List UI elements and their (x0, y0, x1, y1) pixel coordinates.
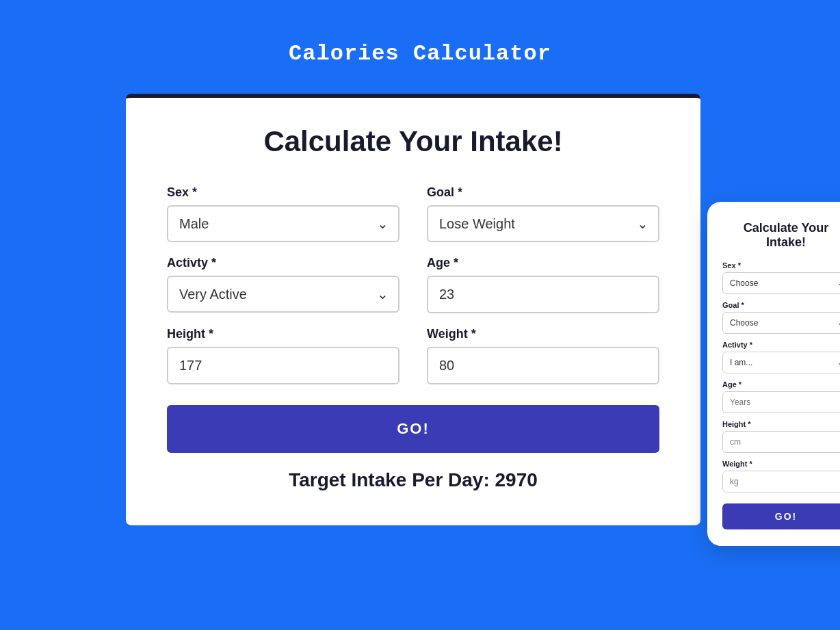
mobile-activity-label: Activty * (722, 341, 840, 349)
goal-label: Goal * (427, 185, 659, 200)
height-input[interactable] (167, 347, 399, 384)
mobile-sex-label: Sex * (722, 261, 840, 270)
desktop-calculator-card: Calculate Your Intake! Sex * Male Female… (126, 94, 700, 525)
mobile-goal-select-wrapper: Choose Lose Weight Maintain Weight Gain … (722, 312, 840, 334)
goal-select[interactable]: Lose Weight Maintain Weight Gain Weight (427, 205, 659, 242)
activity-group: Activty * Sedentary Lightly Active Moder… (167, 256, 399, 313)
mobile-activity-select-wrapper: I am... Sedentary Lightly Active Moderat… (722, 352, 840, 373)
activity-select[interactable]: Sedentary Lightly Active Moderately Acti… (167, 276, 399, 313)
goal-group: Goal * Lose Weight Maintain Weight Gain … (427, 185, 659, 242)
goal-select-wrapper: Lose Weight Maintain Weight Gain Weight … (427, 205, 659, 242)
mobile-weight-input[interactable] (722, 471, 840, 493)
result-text: Target Intake Per Day: 2970 (167, 469, 659, 491)
mobile-age-input[interactable] (722, 391, 840, 413)
age-group: Age * (427, 256, 659, 313)
mobile-goal-group: Goal * Choose Lose Weight Maintain Weigh… (722, 301, 840, 334)
sex-label: Sex * (167, 185, 399, 200)
activity-select-wrapper: Sedentary Lightly Active Moderately Acti… (167, 276, 399, 313)
mobile-sex-select[interactable]: Choose Male Female (722, 272, 840, 294)
age-input[interactable] (427, 276, 659, 313)
mobile-height-group: Height * (722, 420, 840, 453)
mobile-heading: Calculate Your Intake! (722, 221, 840, 250)
weight-input[interactable] (427, 347, 659, 384)
mobile-activity-select[interactable]: I am... Sedentary Lightly Active Moderat… (722, 352, 840, 373)
mobile-weight-group: Weight * (722, 460, 840, 493)
weight-group: Weight * (427, 327, 659, 384)
mobile-sex-select-wrapper: Choose Male Female ⌄ (722, 272, 840, 294)
desktop-heading: Calculate Your Intake! (167, 125, 659, 158)
mobile-go-button[interactable]: GO! (722, 503, 840, 529)
mobile-calculator-card: Calculate Your Intake! Sex * Choose Male… (707, 202, 840, 546)
height-group: Height * (167, 327, 399, 384)
mobile-age-group: Age * (722, 380, 840, 413)
mobile-goal-select[interactable]: Choose Lose Weight Maintain Weight Gain … (722, 312, 840, 334)
height-label: Height * (167, 327, 399, 341)
mobile-sex-group: Sex * Choose Male Female ⌄ (722, 261, 840, 294)
sex-group: Sex * Male Female ⌄ (167, 185, 399, 242)
activity-label: Activty * (167, 256, 399, 270)
sex-select[interactable]: Male Female (167, 205, 399, 242)
mobile-age-label: Age * (722, 380, 840, 389)
mobile-activity-group: Activty * I am... Sedentary Lightly Acti… (722, 341, 840, 373)
page-title: Calories Calculator (289, 41, 551, 66)
mobile-height-label: Height * (722, 420, 840, 428)
mobile-height-input[interactable] (722, 431, 840, 453)
go-button[interactable]: GO! (167, 405, 659, 453)
age-label: Age * (427, 256, 659, 270)
sex-select-wrapper: Male Female ⌄ (167, 205, 399, 242)
desktop-form-grid: Sex * Male Female ⌄ Goal * Lose Weight M… (167, 185, 659, 384)
mobile-goal-label: Goal * (722, 301, 840, 309)
weight-label: Weight * (427, 327, 659, 341)
mobile-weight-label: Weight * (722, 460, 840, 468)
